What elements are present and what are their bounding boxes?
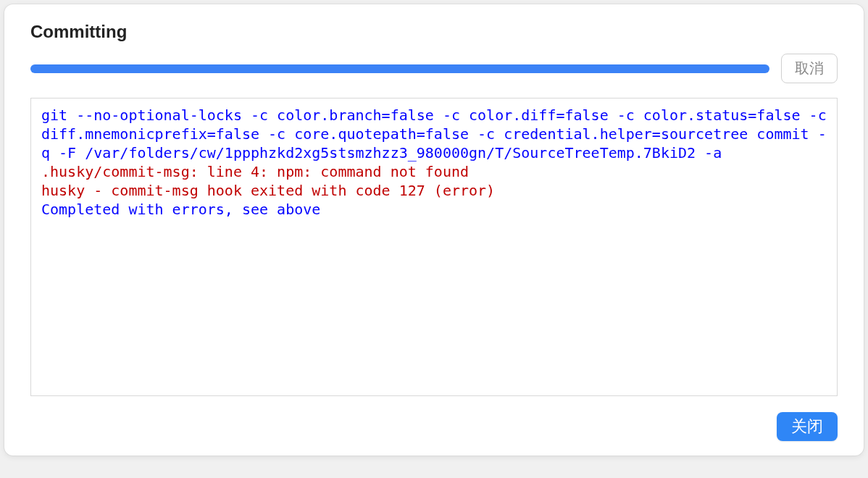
dialog-footer: 关闭 <box>4 396 864 441</box>
dialog-title: Committing <box>4 4 864 54</box>
commit-dialog: Committing 取消 git --no-optional-locks -c… <box>4 4 864 456</box>
cancel-button[interactable]: 取消 <box>781 54 838 83</box>
output-error-line: husky - commit-msg hook exited with code… <box>41 182 495 199</box>
output-completion: Completed with errors, see above <box>41 201 320 218</box>
close-button[interactable]: 关闭 <box>777 412 838 441</box>
output-error-line: .husky/commit-msg: line 4: npm: command … <box>41 163 469 180</box>
progress-bar <box>30 64 769 73</box>
output-command: git --no-optional-locks -c color.branch=… <box>41 106 835 162</box>
progress-row: 取消 <box>4 54 864 83</box>
output-log[interactable]: git --no-optional-locks -c color.branch=… <box>30 98 838 396</box>
